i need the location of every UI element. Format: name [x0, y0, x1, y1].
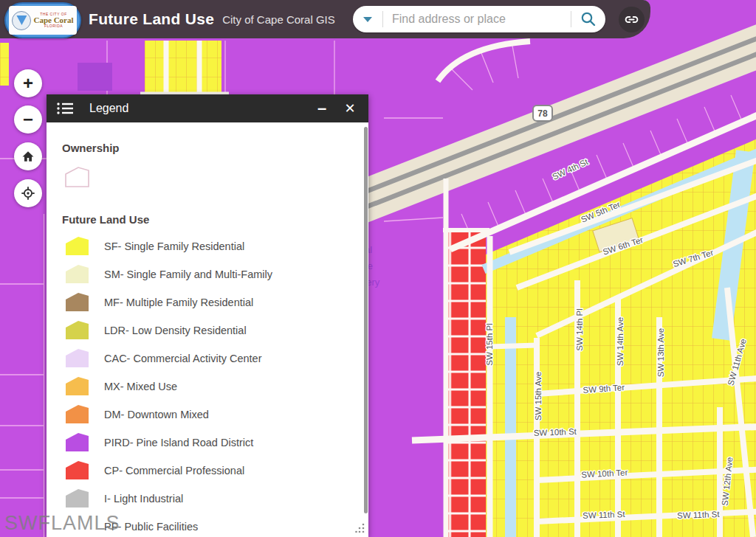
legend-swatch — [65, 488, 89, 508]
page-title: Future Land Use — [89, 10, 214, 28]
legend-scrollbar[interactable] — [364, 127, 368, 513]
minimize-button[interactable]: – — [311, 97, 333, 119]
street-label: SW 11th St — [583, 510, 625, 520]
parcels-commercial-red — [446, 232, 486, 537]
legend-swatch — [65, 236, 89, 256]
legend-swatch — [65, 348, 89, 368]
legend-swatch — [65, 376, 89, 396]
legend-item: SF- Single Family Residential — [65, 236, 346, 256]
close-button[interactable]: ✕ — [339, 97, 361, 119]
search-icon — [580, 11, 597, 27]
legend-swatch — [65, 432, 89, 452]
share-link-button[interactable] — [619, 7, 645, 32]
app-header: THE CITY OF Cape Coral FLORIDA Future La… — [0, 0, 650, 38]
legend-swatch-ownership — [65, 166, 89, 188]
legend-item: MF- Multiple Family Residential — [65, 292, 346, 312]
legend-list-icon — [56, 101, 74, 116]
legend-item: SM- Single Family and Multi-Family — [65, 264, 346, 284]
parcel-dark-purple — [78, 63, 112, 91]
svg-text:78: 78 — [537, 108, 548, 119]
search-source-dropdown[interactable] — [353, 6, 382, 32]
page-subtitle: City of Cape Coral GIS — [222, 13, 335, 26]
home-extent-button[interactable] — [14, 142, 42, 170]
legend-body: Ownership Future Land Use SF- Single Fam… — [47, 122, 368, 537]
legend-swatch — [65, 320, 89, 340]
link-icon — [624, 12, 639, 27]
street-label: SW 14th Pl — [575, 308, 584, 351]
home-icon — [21, 149, 35, 164]
legend-item: DM- Downtown Mixed — [65, 404, 346, 424]
legend-item: CAC- Commercial Activity Center — [65, 348, 346, 368]
street-label: SW 11th St — [677, 510, 720, 520]
street-label: SW 10th St — [534, 427, 577, 437]
legend-item — [65, 166, 346, 188]
search-button[interactable] — [571, 6, 605, 32]
legend-panel: Legend – ✕ Ownership Future Land Use SF-… — [47, 94, 368, 537]
locate-me-button[interactable] — [14, 179, 42, 207]
street-label: SW 14th Ave — [616, 317, 625, 366]
search-bar — [353, 6, 605, 32]
legend-item: PIRD- Pine Island Road District — [65, 432, 346, 452]
legend-title: Legend — [89, 102, 311, 115]
legend-section-heading: Ownership — [62, 142, 346, 154]
legend-swatch — [65, 292, 89, 312]
search-input[interactable] — [383, 13, 571, 26]
chevron-down-icon — [363, 17, 372, 22]
legend-item: CP- Commercial Professional — [65, 460, 346, 480]
street-label: SW 15th Ave — [534, 372, 543, 420]
street-label: SW 15th Pl — [485, 323, 494, 366]
legend-section-heading: Future Land Use — [62, 213, 346, 226]
legend-item: LDR- Low Density Residential — [65, 320, 346, 340]
legend-swatch — [65, 460, 89, 480]
legend-swatch — [65, 404, 89, 424]
legend-swatch — [65, 264, 89, 284]
resize-handle[interactable] — [355, 522, 365, 533]
street-label: SW 13th Ave — [656, 328, 665, 377]
watermark: SWFLAMLS — [4, 512, 120, 535]
zoom-out-button[interactable]: − — [14, 105, 42, 134]
app-logo: THE CITY OF Cape Coral FLORIDA — [4, 2, 81, 38]
logo-bottom-text: FLORIDA — [44, 24, 63, 28]
route-shield: 78 — [533, 105, 552, 121]
legend-panel-header[interactable]: Legend – ✕ — [47, 94, 368, 122]
zoom-in-button[interactable]: + — [14, 69, 42, 97]
city-seal-icon — [12, 11, 31, 30]
legend-item: I- Light Industrial — [65, 488, 346, 508]
legend-item: MX- Mixed Use — [65, 376, 346, 396]
locate-icon — [20, 185, 36, 201]
